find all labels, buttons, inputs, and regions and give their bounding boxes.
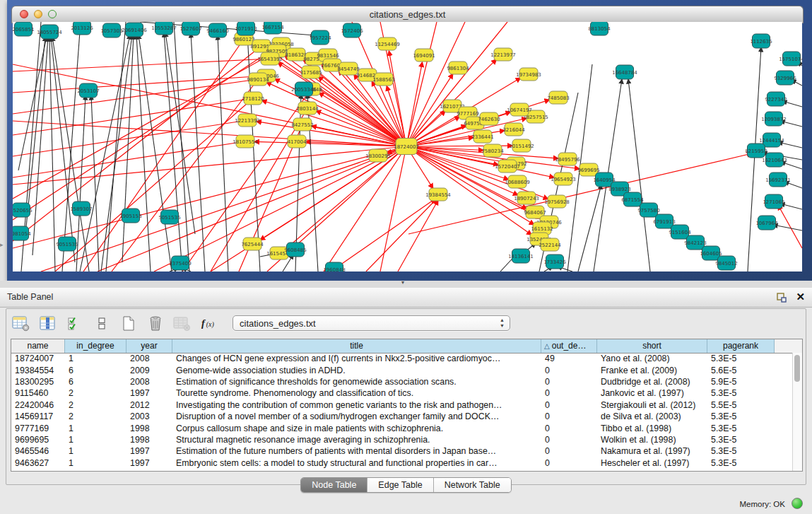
network-node[interactable]: 1588563	[372, 73, 394, 86]
network-node[interactable]: 10553287	[151, 22, 177, 35]
network-node[interactable]: 19756928	[544, 195, 570, 208]
network-node[interactable]: 16648784	[612, 65, 637, 79]
network-node[interactable]: 1733426	[543, 255, 566, 269]
network-node[interactable]: 1960848	[323, 262, 345, 271]
network-table-select[interactable]: citations_edges.txt ▲▼	[233, 315, 510, 331]
table-row[interactable]: 1872400712008Changes of HCN gene express…	[11, 353, 793, 364]
network-node[interactable]: 2013126	[71, 22, 93, 35]
network-node[interactable]: 8427552	[291, 118, 313, 131]
table-settings-icon[interactable]	[12, 315, 30, 332]
network-node[interactable]: 12213393	[235, 114, 260, 127]
network-node[interactable]: 9890134	[247, 73, 269, 86]
network-node[interactable]: 9608485	[284, 243, 306, 257]
network-node[interactable]: 1981054	[13, 226, 31, 240]
table-row[interactable]: 2242004622012Investigating the contribut…	[11, 399, 793, 411]
network-edge[interactable]	[578, 185, 601, 271]
network-node[interactable]: 19734983	[516, 68, 541, 81]
network-edge[interactable]	[406, 22, 465, 146]
network-node[interactable]: 16210643	[762, 153, 787, 167]
network-edge[interactable]	[261, 100, 406, 146]
network-node[interactable]: 5051535	[158, 210, 180, 224]
table-row[interactable]: 911546021997Tourette syndrome. Phenomeno…	[11, 387, 793, 399]
network-edge[interactable]	[318, 76, 406, 146]
column-header-pagerank[interactable]: pagerank	[707, 339, 775, 353]
network-node[interactable]: 10151492	[509, 139, 534, 152]
network-node[interactable]: 2053107	[77, 83, 99, 98]
table-row[interactable]: 1456911722003Disruption of a novel membe…	[11, 411, 793, 422]
network-edge[interactable]	[266, 82, 406, 146]
table-vertical-scrollbar[interactable]	[792, 353, 802, 471]
network-node[interactable]: 1071913	[235, 22, 257, 35]
network-node[interactable]: 9329966	[774, 71, 796, 85]
column-header-short[interactable]: short	[597, 339, 707, 353]
network-node[interactable]: 20691406	[122, 23, 147, 37]
network-node[interactable]: 18107554	[233, 135, 258, 148]
network-node[interactable]: 7580234	[481, 144, 504, 157]
network-edge[interactable]	[748, 47, 761, 271]
network-node[interactable]: 7957224	[309, 30, 331, 45]
network-edge[interactable]	[174, 22, 189, 271]
network-canvas[interactable]: 9860123891295423226058982750916543392224…	[13, 22, 802, 271]
network-node[interactable]: 18495796	[555, 153, 580, 165]
network-node[interactable]: 1067964	[755, 216, 778, 230]
network-node[interactable]: 15720407	[495, 160, 520, 173]
network-node[interactable]: 7462630	[478, 112, 500, 125]
network-edge[interactable]	[112, 79, 258, 271]
new-document-icon[interactable]	[119, 315, 137, 332]
network-node[interactable]: 2522144	[539, 238, 561, 251]
network-edge[interactable]	[191, 33, 205, 271]
network-node[interactable]: 9051535	[56, 237, 78, 251]
network-node[interactable]: 11254469	[375, 37, 400, 50]
network-edge[interactable]	[247, 33, 260, 271]
network-node[interactable]: 2718120	[242, 92, 264, 105]
checklist-icon[interactable]	[66, 315, 83, 332]
network-node[interactable]: 12213977	[490, 48, 516, 61]
column-select-icon[interactable]	[39, 315, 57, 332]
delete-table-icon[interactable]	[173, 315, 191, 332]
network-node[interactable]: 18724007	[394, 139, 419, 155]
network-node[interactable]: 2803144	[296, 102, 319, 115]
network-edge[interactable]	[628, 79, 650, 271]
network-node[interactable]: 1572406	[341, 23, 363, 37]
panel-splitter[interactable]: ▾	[0, 281, 812, 288]
network-node[interactable]: 19384554	[425, 188, 451, 201]
network-node[interactable]: 19654923	[551, 173, 576, 185]
network-edge[interactable]	[406, 146, 548, 199]
network-node[interactable]: 3175685	[300, 66, 322, 78]
close-panel-icon[interactable]: ✕	[796, 291, 805, 303]
network-node[interactable]: 2336441	[471, 130, 493, 143]
function-icon[interactable]: f(x)	[200, 315, 218, 332]
network-node[interactable]: 2375409	[169, 256, 191, 270]
network-node[interactable]: 14136141	[508, 249, 534, 263]
network-edge[interactable]	[331, 199, 435, 271]
network-window-titlebar[interactable]: citations_edges.txt	[11, 6, 804, 23]
tab-node-table[interactable]: Node Table	[301, 478, 367, 492]
column-header-year[interactable]: year	[126, 339, 172, 353]
column-header-name[interactable]: name	[11, 339, 65, 353]
network-node[interactable]: 1589307	[70, 201, 92, 216]
network-edge[interactable]	[218, 35, 228, 271]
table-row[interactable]: 969969511998Structural magnetic resonanc…	[11, 434, 793, 445]
network-edge[interactable]	[211, 146, 406, 271]
network-edge[interactable]	[366, 199, 437, 271]
network-edge[interactable]	[13, 120, 247, 156]
network-node[interactable]: 8813054	[588, 22, 611, 35]
network-node[interactable]: 1694091	[413, 49, 435, 62]
splitter-grip-icon[interactable]: ▾	[401, 279, 404, 286]
network-edge[interactable]	[106, 22, 126, 271]
network-node[interactable]: 15751074	[779, 52, 802, 66]
rows-icon[interactable]	[93, 315, 110, 332]
network-node[interactable]: 1527607	[180, 22, 201, 35]
network-edge[interactable]	[13, 141, 245, 177]
network-node[interactable]: 14055724	[37, 25, 62, 39]
network-edge[interactable]	[781, 162, 802, 169]
network-node[interactable]: 18907243	[514, 192, 539, 204]
network-node[interactable]: 1667154	[261, 22, 284, 34]
network-node[interactable]: 10688609	[505, 175, 530, 188]
network-node[interactable]: 9466160	[206, 23, 228, 37]
network-edge[interactable]	[80, 35, 130, 271]
tab-edge-table[interactable]: Edge Table	[367, 478, 433, 492]
table-row[interactable]: 946362711997Embryonic stem cells: a mode…	[11, 457, 793, 469]
network-node[interactable]: 7625444	[241, 238, 264, 250]
table-row[interactable]: 977716911998Corpus callosum shape and si…	[11, 422, 793, 433]
